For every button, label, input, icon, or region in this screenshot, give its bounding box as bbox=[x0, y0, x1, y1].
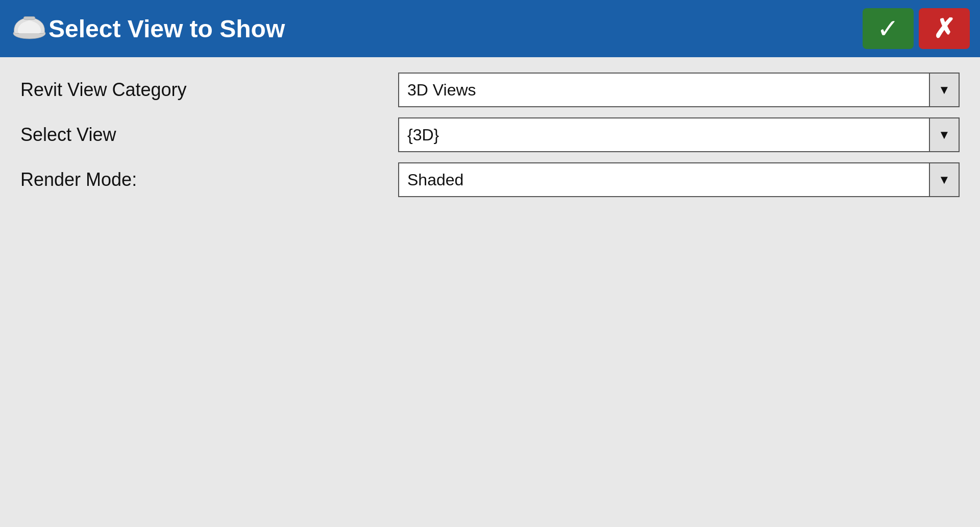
render-mode-row: Render Mode: Shaded Wireframe Hidden Lin… bbox=[20, 162, 960, 197]
revit-view-category-wrapper: 3D Views Floor Plans Ceiling Plans Eleva… bbox=[398, 73, 960, 107]
select-view-label: Select View bbox=[20, 124, 398, 146]
select-view-select[interactable]: {3D} bbox=[398, 117, 960, 152]
render-mode-wrapper: Shaded Wireframe Hidden Line Consistent … bbox=[398, 162, 960, 197]
revit-view-category-select[interactable]: 3D Views Floor Plans Ceiling Plans Eleva… bbox=[398, 73, 960, 107]
ok-button[interactable]: ✓ bbox=[863, 8, 914, 49]
svg-rect-1 bbox=[23, 16, 35, 19]
title-bar: Select View to Show ✓ ✗ bbox=[0, 0, 980, 57]
main-content: Revit View Category 3D Views Floor Plans… bbox=[0, 57, 980, 223]
cancel-button[interactable]: ✗ bbox=[919, 8, 970, 49]
revit-view-category-row: Revit View Category 3D Views Floor Plans… bbox=[20, 73, 960, 107]
revit-view-category-label: Revit View Category bbox=[20, 79, 398, 101]
dialog-title: Select View to Show bbox=[48, 15, 863, 43]
render-mode-label: Render Mode: bbox=[20, 169, 398, 190]
checkmark-icon: ✓ bbox=[877, 15, 899, 42]
select-view-wrapper: {3D} ▼ bbox=[398, 117, 960, 152]
title-bar-buttons: ✓ ✗ bbox=[863, 8, 970, 49]
select-view-row: Select View {3D} ▼ bbox=[20, 117, 960, 152]
helmet-icon bbox=[10, 10, 48, 48]
x-icon: ✗ bbox=[933, 15, 955, 42]
render-mode-select[interactable]: Shaded Wireframe Hidden Line Consistent … bbox=[398, 162, 960, 197]
